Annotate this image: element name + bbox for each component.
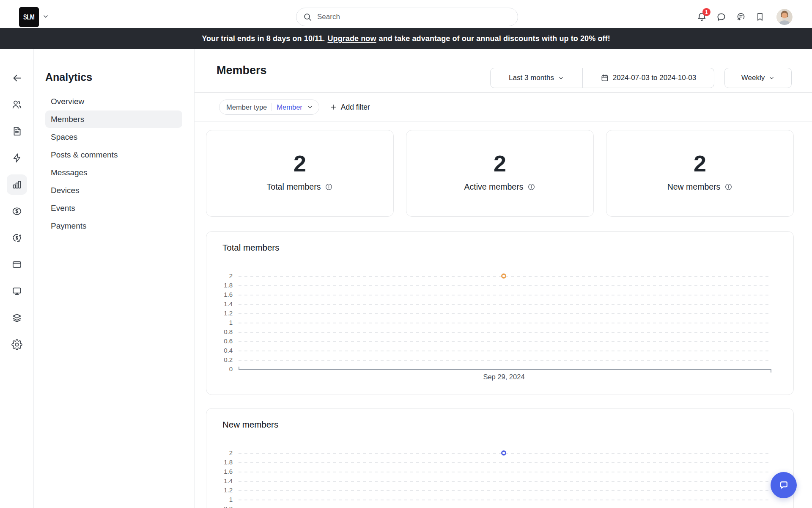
range-preset-button[interactable]: Last 3 months: [490, 68, 583, 88]
x-axis-line: [239, 369, 771, 370]
stat-value: 2: [406, 150, 593, 177]
sidebar-item-posts-comments[interactable]: Posts & comments: [45, 146, 182, 163]
gridline: [239, 490, 771, 491]
messages-button[interactable]: [716, 11, 727, 22]
range-preset-label: Last 3 months: [509, 74, 554, 82]
sidebar-nav: Overview Members Spaces Posts & comments…: [45, 93, 182, 235]
rail-item-analytics[interactable]: [7, 174, 27, 195]
rail-item-posts[interactable]: [7, 121, 27, 141]
calendar-icon: [601, 74, 609, 82]
sidebar-item-spaces[interactable]: Spaces: [45, 128, 182, 146]
filter-row: Member type Member Add filter: [219, 99, 370, 115]
chart-title: Total members: [222, 243, 279, 253]
stat-card-new-members: 2 New members: [606, 130, 794, 217]
filter-separator: [272, 103, 272, 111]
rail-item-members[interactable]: [7, 94, 27, 115]
granularity-label: Weekly: [741, 74, 765, 82]
back-button[interactable]: [7, 68, 27, 88]
monitor-icon: [11, 286, 22, 297]
header-divider: [195, 92, 812, 93]
dollar-network-icon: [11, 232, 22, 243]
rail-item-affiliates[interactable]: [7, 228, 27, 248]
workspace-logo[interactable]: SLM: [19, 7, 39, 27]
total-members-chart-card: Total members 21.81.61.41.210.80.60.40.2…: [206, 231, 794, 395]
trial-banner-text-before: Your trial ends in 8 days on 10/11.: [202, 34, 325, 43]
people-icon: [11, 99, 22, 110]
filter-field-label: Member type: [226, 103, 267, 111]
user-avatar[interactable]: [776, 9, 793, 25]
gridline: [239, 332, 771, 333]
gridline: [239, 285, 771, 286]
y-tick-label: 0.6: [206, 337, 233, 345]
y-tick-label: 0.8: [206, 505, 233, 508]
lightning-icon: [11, 152, 22, 163]
rail-item-automation[interactable]: [7, 148, 27, 168]
rail-item-settings[interactable]: [7, 334, 27, 355]
sidebar-item-messages[interactable]: Messages: [45, 164, 182, 181]
add-filter-button[interactable]: Add filter: [329, 103, 370, 112]
y-tick-label: 2: [206, 272, 233, 280]
filter-value: Member: [277, 103, 302, 111]
y-tick-label: 1.8: [206, 282, 233, 289]
logo-text: SLM: [23, 14, 34, 21]
bar-chart-icon: [11, 179, 22, 190]
chevron-down-icon: [558, 75, 564, 81]
rail-item-display[interactable]: [7, 281, 27, 301]
upgrade-now-link[interactable]: Upgrade now: [327, 34, 376, 43]
workspace-chevron-down-icon[interactable]: [42, 13, 49, 22]
stat-card-total-members: 2 Total members: [206, 130, 394, 217]
gridline: [239, 341, 771, 342]
info-icon[interactable]: [527, 183, 535, 191]
sidebar-item-events[interactable]: Events: [45, 199, 182, 217]
chart-title: New members: [222, 420, 278, 430]
chevron-down-icon: [307, 104, 313, 110]
avatar-photo: [776, 9, 793, 25]
search-input[interactable]: [317, 13, 511, 21]
sidebar-item-members[interactable]: Members: [45, 110, 182, 128]
sidebar-title: Analytics: [45, 71, 92, 83]
main-content: Members Last 3 months 2024-07-03 to 2024…: [195, 49, 812, 508]
y-tick-label: 0.2: [206, 356, 233, 364]
gridline: [239, 462, 771, 463]
gridline: [239, 481, 771, 482]
info-icon[interactable]: [325, 183, 333, 191]
total-members-chart: 21.81.61.41.210.80.60.40.20Sep 29, 2024: [206, 276, 793, 386]
stat-card-active-members: 2 Active members: [406, 130, 594, 217]
member-type-filter[interactable]: Member type Member: [219, 99, 319, 115]
bookmarks-button[interactable]: [754, 11, 765, 22]
chevron-down-icon: [768, 75, 775, 81]
info-icon[interactable]: [724, 183, 732, 191]
rail-item-integrations[interactable]: [7, 308, 27, 328]
updates-feed-button[interactable]: [735, 11, 746, 22]
date-range-button[interactable]: 2024-07-03 to 2024-10-03: [583, 68, 714, 88]
sidebar-item-devices[interactable]: Devices: [45, 182, 182, 199]
stat-label: Active members: [464, 182, 524, 192]
y-tick-label: 1.4: [206, 300, 233, 308]
y-tick-label: 0.8: [206, 328, 233, 336]
rail-item-billing[interactable]: [7, 254, 27, 275]
stat-label: New members: [667, 182, 721, 192]
stat-value: 2: [606, 150, 793, 177]
support-chat-button[interactable]: [771, 472, 797, 498]
stat-label: Total members: [267, 182, 321, 192]
layers-icon: [11, 312, 22, 323]
top-actions: 1: [696, 9, 793, 25]
new-members-chart-card: New members 21.81.61.41.210.80.60.40.20: [206, 408, 794, 508]
notifications-button[interactable]: 1: [696, 11, 707, 22]
granularity-button[interactable]: Weekly: [724, 68, 792, 88]
feed-bubble-icon: [735, 12, 746, 22]
gridline: [239, 323, 771, 323]
y-tick-label: 0.4: [206, 347, 233, 354]
search-icon: [303, 13, 312, 22]
top-bar: SLM 1: [0, 0, 812, 28]
global-search[interactable]: [296, 8, 518, 26]
sidebar-item-payments[interactable]: Payments: [45, 217, 182, 235]
sidebar-item-overview[interactable]: Overview: [45, 93, 182, 110]
trial-banner: Your trial ends in 8 days on 10/11. Upgr…: [0, 28, 812, 49]
rail-item-monetization[interactable]: [7, 201, 27, 221]
filter-divider: [195, 121, 812, 121]
app-root: SLM 1: [0, 0, 812, 508]
y-tick-label: 1.8: [206, 458, 233, 466]
trial-banner-text-after: and take advantage of our annual discoun…: [379, 34, 610, 43]
gridline: [239, 304, 771, 305]
